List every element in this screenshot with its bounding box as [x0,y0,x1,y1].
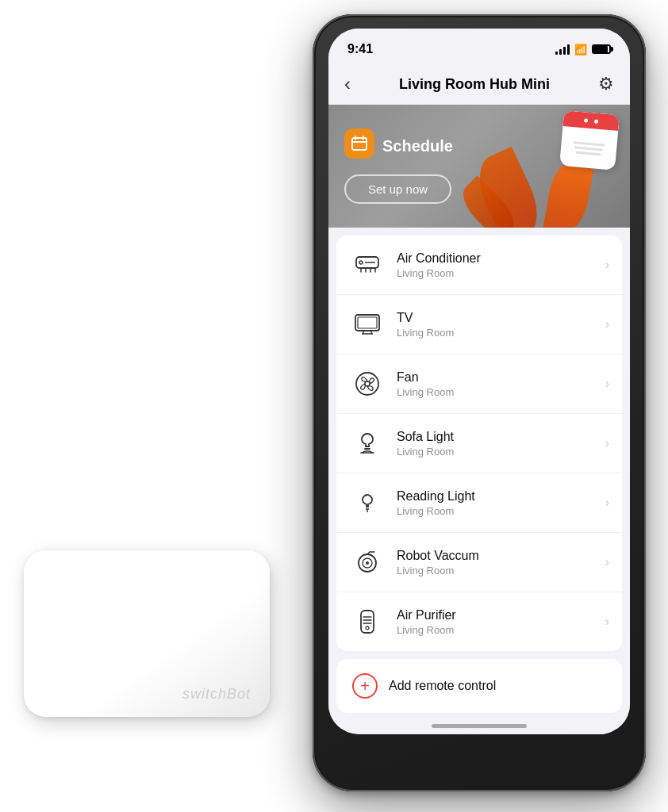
add-icon: + [352,673,378,699]
device-room: Living Room [397,267,605,279]
device-room: Living Room [397,565,605,576]
device-info: Fan Living Room [397,370,605,398]
chevron-right-icon: › [605,436,609,450]
device-room: Living Room [397,446,605,458]
device-name: Reading Light [397,489,605,504]
chevron-right-icon: › [605,377,609,391]
screen-content: Schedule Set up now [328,105,630,729]
device-list: Air Conditioner Living Room › [336,236,622,651]
phone-frame: 9:41 📶 ‹ Living Room Hub [313,14,646,791]
phone-screen: 9:41 📶 ‹ Living Room Hub [328,29,630,734]
air-purifier-icon [349,603,386,640]
chevron-right-icon: › [605,496,609,510]
status-time: 9:41 [347,42,373,56]
reading-light-icon [349,485,386,521]
list-item[interactable]: Sofa Light Living Room › [336,414,622,473]
device-info: Reading Light Living Room [397,489,605,517]
chevron-right-icon: › [605,258,609,272]
sofa-light-icon [349,425,386,462]
device-info: Robot Vaccum Living Room [397,549,605,576]
fan-icon [349,366,386,402]
back-button[interactable]: ‹ [344,73,351,95]
device-room: Living Room [397,624,605,636]
status-icons: 📶 [555,44,611,56]
banner-title: Schedule [382,137,453,155]
chevron-right-icon: › [605,555,609,569]
home-indicator [432,724,527,728]
battery-icon [592,44,611,54]
device-info: Sofa Light Living Room [397,430,605,458]
device-info: TV Living Room [397,311,605,339]
hub-brand-label: switchBot [182,686,251,703]
device-name: TV [397,311,605,325]
schedule-icon [344,128,374,159]
device-info: Air Conditioner Living Room [397,251,605,279]
nav-bar: ‹ Living Room Hub Mini ⚙ [328,63,630,105]
hub-device: switchBot [24,550,270,717]
decorative-leaf-2 [543,158,594,228]
calendar-decoration [562,113,617,168]
device-room: Living Room [397,327,605,339]
page-title: Living Room Hub Mini [399,76,550,93]
device-name: Fan [397,370,605,385]
list-item[interactable]: Robot Vaccum Living Room › [336,533,622,592]
svg-rect-0 [352,138,367,150]
vacuum-icon [349,544,386,580]
tv-icon [349,306,386,343]
wifi-icon: 📶 [574,44,587,56]
device-info: Air Purifier Living Room [397,608,605,636]
list-item[interactable]: Reading Light Living Room › [336,473,622,533]
ac-icon [349,247,386,283]
device-name: Air Conditioner [397,251,605,266]
schedule-banner: Schedule Set up now [328,105,630,228]
list-item[interactable]: TV Living Room › [336,295,622,354]
chevron-right-icon: › [605,317,609,331]
svg-point-26 [366,561,369,565]
device-room: Living Room [397,386,605,398]
chevron-right-icon: › [605,615,609,629]
svg-point-5 [359,261,363,264]
device-room: Living Room [397,505,605,517]
device-name: Robot Vaccum [397,549,605,563]
settings-button[interactable]: ⚙ [598,74,614,94]
list-item[interactable]: Fan Living Room › [336,354,622,414]
list-item[interactable]: Air Purifier Living Room › [336,592,622,651]
device-name: Sofa Light [397,430,605,444]
scene: switchBot 9:41 📶 [0,0,668,812]
add-remote-label: Add remote control [389,679,496,693]
device-name: Air Purifier [397,608,605,622]
status-bar: 9:41 📶 [328,29,630,63]
svg-rect-12 [358,317,377,328]
svg-point-16 [356,373,378,395]
signal-icon [555,44,570,55]
add-remote-button[interactable]: + Add remote control [336,659,622,713]
svg-point-33 [366,626,369,630]
setup-now-button[interactable]: Set up now [344,174,451,204]
list-item[interactable]: Air Conditioner Living Room › [336,236,622,295]
